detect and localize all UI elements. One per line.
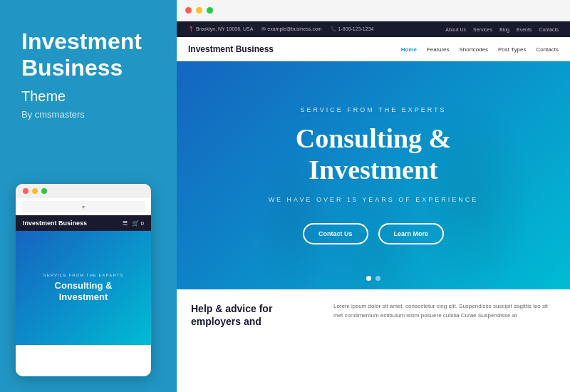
topbar-email: ✉ example@business.com <box>261 26 321 32</box>
browser-preview: 📍 Brooklyn, NY 10006, USA ✉ example@busi… <box>177 0 570 392</box>
topbar-nav-blog[interactable]: Blog <box>499 27 509 32</box>
website-hero: SERVICE FROM THE EXPERTS Consulting & In… <box>177 61 570 289</box>
mobile-url-bar: ▼ <box>21 201 145 212</box>
hero-buttons: Contact Us Learn More <box>303 223 444 244</box>
theme-subtitle: Theme <box>21 88 155 105</box>
mobile-header: Investment Business ☰ 🛒 0 <box>16 215 151 231</box>
browser-dot-red <box>185 7 192 14</box>
topbar-nav-about[interactable]: About Us <box>445 27 466 32</box>
hero-title: Consulting & Investment <box>296 123 452 185</box>
theme-title: Investment Business <box>21 29 155 81</box>
mobile-dot-red <box>23 188 28 194</box>
bottom-description: Lorem ipsum dolor sit amet, consectetur … <box>333 302 556 321</box>
bottom-right: Lorem ipsum dolor sit amet, consectetur … <box>333 302 556 379</box>
website-bottom: Help & advice for employers and Lorem ip… <box>177 289 570 392</box>
navbar-link-post-types[interactable]: Post Types <box>498 46 526 53</box>
mobile-dot-yellow <box>32 188 38 194</box>
hero-content: SERVICE FROM THE EXPERTS Consulting & In… <box>177 61 570 289</box>
left-panel: Investment Business Theme By cmsmasters … <box>0 0 177 392</box>
topbar-nav-contacts[interactable]: Contacts <box>539 27 559 32</box>
topbar-phone: 📞 1-800-123-1234 <box>331 26 374 32</box>
topbar-nav-services[interactable]: Services <box>473 27 492 32</box>
mobile-hero-content: SERVICE FROM THE EXPERTS Consulting & In… <box>36 273 131 302</box>
navbar-links: Home Features Shortcodes Post Types Cont… <box>401 46 559 53</box>
mobile-hero-eyebrow: SERVICE FROM THE EXPERTS <box>43 273 124 277</box>
navbar-link-contacts[interactable]: Contacts <box>536 46 559 53</box>
hero-tagline: WE HAVE OVER 15 YEARS OF EXPERIENCE <box>269 196 479 203</box>
mobile-preview: ▼ Investment Business ☰ 🛒 0 SERVICE FROM… <box>16 184 151 376</box>
mobile-header-icons: ☰ 🛒 0 <box>123 220 144 227</box>
bottom-left: Help & advice for employers and <box>191 302 319 379</box>
contact-us-button[interactable]: Contact Us <box>303 223 368 244</box>
mobile-cart-icon: 🛒 0 <box>132 220 144 227</box>
topbar-address: 📍 Brooklyn, NY 10006, USA <box>188 26 253 32</box>
bottom-section-title: Help & advice for employers and <box>191 302 319 328</box>
topbar-contact-info: 📍 Brooklyn, NY 10006, USA ✉ example@busi… <box>188 26 373 32</box>
mobile-dot-green <box>41 188 47 194</box>
mobile-brand: Investment Business <box>23 220 87 227</box>
hero-slider-dots <box>366 276 380 281</box>
topbar-nav-events[interactable]: Events <box>517 27 532 32</box>
browser-dot-green <box>207 7 213 14</box>
mobile-hero: SERVICE FROM THE EXPERTS Consulting & In… <box>16 231 151 345</box>
website-topbar: 📍 Brooklyn, NY 10006, USA ✉ example@busi… <box>177 21 570 37</box>
navbar-link-features[interactable]: Features <box>427 46 450 53</box>
mobile-url-chevron: ▼ <box>81 205 86 210</box>
hero-dot-2[interactable] <box>375 276 380 281</box>
hero-eyebrow: SERVICE FROM THE EXPERTS <box>300 106 446 113</box>
browser-chrome <box>177 0 570 21</box>
mobile-hero-title: Consulting & Investment <box>43 280 124 302</box>
mobile-dots <box>16 184 151 198</box>
mobile-menu-icon: ☰ <box>123 220 128 227</box>
browser-dot-yellow <box>196 7 202 14</box>
hero-dot-1[interactable] <box>366 276 371 281</box>
topbar-nav: About Us Services Blog Events Contacts <box>445 27 559 32</box>
navbar-link-shortcodes[interactable]: Shortcodes <box>460 46 488 53</box>
learn-more-button[interactable]: Learn More <box>378 223 445 244</box>
website-navbar: Investment Business Home Features Shortc… <box>177 37 570 61</box>
navbar-link-home[interactable]: Home <box>401 46 417 53</box>
theme-author: By cmsmasters <box>21 109 155 120</box>
navbar-brand: Investment Business <box>188 44 274 54</box>
